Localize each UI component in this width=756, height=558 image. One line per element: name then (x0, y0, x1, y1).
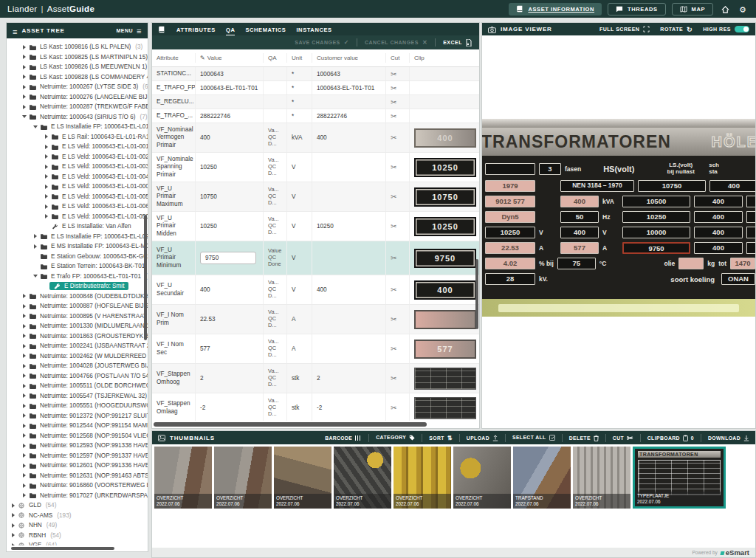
cut-button[interactable] (385, 364, 409, 393)
tree-item[interactable]: VGE (64) (7, 540, 148, 545)
tree-item[interactable]: Netruimte: 1000895 (V HARENSTRAAT 4) (6) (7, 311, 148, 322)
cut-button[interactable] (385, 123, 409, 152)
sort-button[interactable]: SORT (429, 435, 453, 441)
expand-arrow-icon[interactable] (10, 543, 16, 545)
value-cell[interactable]: 400 (195, 123, 263, 152)
expand-arrow-icon[interactable] (21, 304, 27, 309)
clip-image[interactable] (414, 310, 476, 329)
cut-button[interactable] (385, 305, 409, 334)
expand-arrow-icon[interactable] (21, 334, 27, 338)
expand-arrow-icon[interactable] (43, 214, 49, 218)
cut-button[interactable] (385, 95, 409, 108)
thumbnail[interactable]: OVERZICHT 2022.07.06 (573, 447, 630, 509)
tree-item[interactable]: Netruimte: 1000887 (HOFSLEANE BIJ 24) (7… (7, 301, 148, 311)
expand-arrow-icon[interactable] (10, 523, 16, 528)
tree-item[interactable]: RBNH (54) (7, 531, 148, 541)
tree-item[interactable]: E LS Installatie FP: 1000643-EL-L02 (9) (7, 232, 148, 242)
expand-arrow-icon[interactable] (21, 324, 27, 328)
tree-item[interactable]: E LS Veld: 1000643-EL-L01-006 (3) (7, 202, 148, 212)
expand-arrow-icon[interactable] (21, 45, 27, 49)
table-horizontal-scrollbar[interactable] (154, 422, 427, 427)
tree-item[interactable]: Netruimte: 1005551 (HOOGEDUURSWOUDE 4) (7, 401, 148, 411)
expand-arrow-icon[interactable] (21, 373, 27, 378)
cut-button[interactable] (385, 212, 409, 241)
value-cell[interactable]: 288222746 (195, 109, 263, 123)
clip-image[interactable] (414, 368, 476, 390)
thumbnail[interactable]: TRAPSTAND 2022.07.06 (513, 447, 571, 509)
cut-button[interactable]: CUT (613, 434, 633, 442)
value-input[interactable]: 400 (200, 286, 210, 293)
table-row[interactable]: VF_I Nom Prim 22.53 Va... QC D... A (152, 305, 479, 334)
value-cell[interactable]: 2 (195, 364, 263, 393)
clip-image[interactable]: 400 (414, 280, 476, 300)
value-cell[interactable] (195, 95, 263, 108)
full-screen-button[interactable]: FULL SCREEN (599, 26, 650, 32)
expand-arrow-icon[interactable] (21, 404, 27, 408)
tree-item[interactable]: Netruimte: 1000848 (OUDEBILDTDIJK 892) (… (7, 292, 148, 302)
tree-item[interactable]: Netruimte: 9016860 (VOORSTERWEG BIJ 36) … (7, 480, 148, 491)
table-row[interactable]: VF_Stappen Omhoog 2 Va... QC D... stk 2 (152, 364, 479, 393)
cut-button[interactable] (385, 334, 409, 363)
expand-arrow-icon[interactable] (43, 145, 49, 149)
home-button[interactable] (719, 2, 731, 16)
expand-arrow-icon[interactable] (21, 114, 27, 119)
expand-arrow-icon[interactable] (21, 384, 27, 388)
delete-button[interactable]: DELETE (569, 435, 599, 441)
clipboard-button[interactable]: CLIPBOARD0 (647, 435, 694, 441)
tree-item[interactable]: E LS Veld: 1000643-EL-L01-001 (3) (7, 142, 148, 152)
expand-arrow-icon[interactable] (43, 194, 49, 199)
expand-arrow-icon[interactable] (21, 105, 27, 109)
table-row[interactable]: E_REGELU... * (152, 95, 479, 109)
tree-item[interactable]: E Station Gebouw: 1000643-BK-G01 (7, 252, 148, 262)
tree-item[interactable]: E LS Veld: 1000643-EL-L01-005 (3) (7, 192, 148, 202)
table-row[interactable]: VF_U Secundair 400 Va... QC D... V 400 4… (152, 275, 479, 305)
value-input[interactable]: 10250 (200, 164, 217, 170)
download-button[interactable]: DOWNLOAD (708, 435, 749, 441)
tree-horizontal-scrollbar[interactable] (11, 547, 114, 550)
value-input[interactable]: 22.53 (200, 316, 216, 323)
hamburger-icon[interactable] (13, 24, 17, 38)
tree-item[interactable]: Netruimte: 1005511 (OLDE BORCHWEG 61) (6… (7, 381, 148, 391)
tree-item[interactable]: GLD (54) (7, 500, 148, 511)
cut-button[interactable] (385, 393, 409, 421)
value-input[interactable]: 9750 (200, 252, 256, 264)
cut-button[interactable] (385, 241, 409, 275)
expand-arrow-icon[interactable] (10, 533, 16, 537)
expand-arrow-icon[interactable] (21, 65, 27, 69)
expand-arrow-icon[interactable] (21, 393, 27, 398)
column-unit[interactable]: Unit (286, 53, 312, 63)
expand-arrow-icon[interactable] (21, 483, 27, 488)
threads-button[interactable]: THREADS (608, 3, 665, 16)
thumbnail[interactable]: OVERZICHT 2022.07.06 (214, 447, 272, 509)
tree-item[interactable]: NC-AMS (193) (7, 511, 148, 521)
expand-arrow-icon[interactable] (10, 503, 16, 508)
clip-image[interactable]: 9750 (414, 249, 476, 268)
thumbnail[interactable]: OVERZICHT 2022.07.06 (334, 447, 391, 509)
category-button[interactable]: CATEGORY (376, 435, 415, 441)
tree-item[interactable]: E LS Installatie: Van Alfen (7, 221, 148, 232)
excel-button[interactable]: EXCEL (443, 39, 472, 46)
expand-arrow-icon[interactable] (21, 85, 27, 89)
tree-vertical-scrollbar[interactable] (144, 215, 147, 340)
value-cell[interactable]: -2 (195, 393, 263, 421)
expand-arrow-icon[interactable] (21, 94, 27, 99)
value-cell[interactable]: 10750 (195, 182, 263, 211)
tree-item[interactable]: E LS Rail: 1000643-EL-L01-RA1 (4) (7, 132, 148, 142)
value-input[interactable]: 577 (200, 345, 210, 352)
column-cut[interactable]: Cut (385, 53, 409, 63)
cut-button[interactable] (385, 275, 409, 304)
value-cell[interactable]: 10250 (195, 153, 263, 182)
thumbnail[interactable]: TRANSFORMATOREN TYPEPLAATJE 2022.07.06 (633, 447, 726, 509)
tree-item[interactable]: E LS Veld: 1000643-EL-L01-002 (3) (7, 152, 148, 162)
value-input[interactable]: 400 (200, 134, 210, 141)
cut-button[interactable] (385, 81, 409, 94)
tree-item[interactable]: LS Kast: 1009816 (LS KL PALEN) (3) (7, 42, 148, 52)
table-vertical-scrollbar[interactable] (475, 259, 478, 329)
clip-image[interactable] (414, 397, 476, 419)
expand-arrow-icon[interactable] (43, 204, 49, 209)
save-changes-button[interactable]: SAVE CHANGES (295, 39, 349, 46)
table-row[interactable]: VF_U Primair Minimum 9750 Value QC Done … (152, 241, 479, 275)
nameplate-photo[interactable]: TRANSFORMATOREN HÖLE 3 fasen HS(volt) LS… (482, 119, 755, 317)
upload-button[interactable]: UPLOAD (467, 435, 498, 441)
cancel-changes-button[interactable]: CANCEL CHANGES (365, 39, 427, 46)
